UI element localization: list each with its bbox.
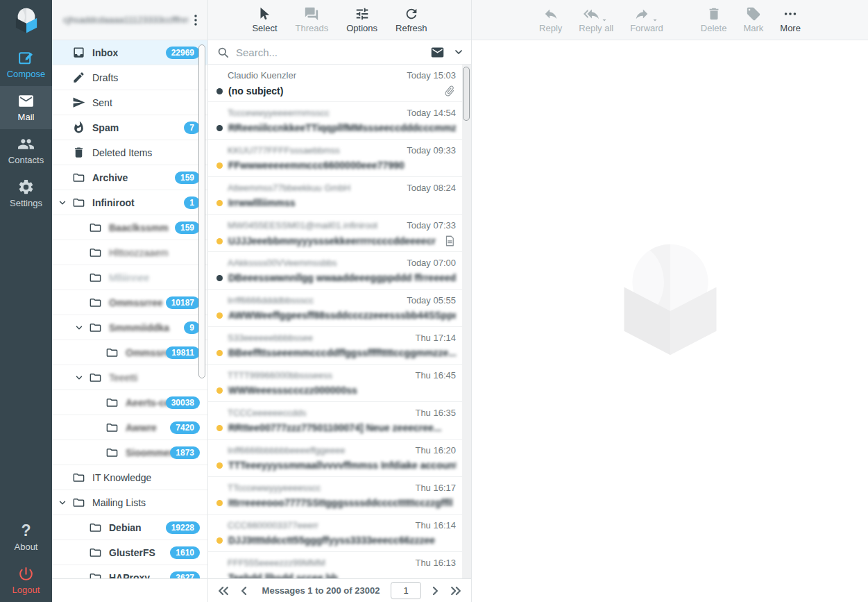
message-row[interactable]: MW0455EESSM01@mail01.infiniroot Today 07… — [208, 215, 471, 252]
message-subject: WWWeeesssccczz000000ss — [228, 385, 456, 396]
folder-row-infiniroot[interactable]: Infiniroot 1 — [52, 190, 207, 215]
message-list: Claudio Kuenzler Today 15:03 (no subject… — [208, 65, 471, 578]
last-page-button[interactable] — [449, 584, 463, 598]
message-row[interactable]: TCCCeeeeeeccdds Thu 16:35 RRttee00777zzz… — [208, 402, 471, 440]
message-status-dot[interactable] — [216, 125, 223, 131]
search-scope-mail-icon[interactable] — [430, 45, 445, 60]
message-row[interactable]: Inff6666bbbbbbeeeeffggeeee Thu 16:20 TTT… — [208, 440, 471, 477]
folder-row-sent[interactable]: Sent — [52, 90, 207, 115]
folder-row-inbox[interactable]: Inbox 22969 — [52, 40, 207, 65]
forward-icon — [634, 6, 649, 22]
select-button[interactable]: Select — [252, 6, 277, 33]
page-number-input[interactable] — [391, 582, 421, 599]
folder-row-glusterfs[interactable]: GlusterFS 1610 — [52, 540, 207, 565]
folder-icon — [89, 321, 102, 334]
unread-count-badge: 19811 — [166, 346, 200, 359]
message-status-dot[interactable] — [216, 350, 223, 356]
message-status-dot[interactable] — [216, 575, 223, 579]
folder-row-hlttoozzaaem[interactable]: Hlttoozzaaem — [52, 240, 207, 265]
folder-row-smmmiiddka[interactable]: Smmmiiddka 9 — [52, 315, 207, 340]
message-status-dot[interactable] — [216, 275, 223, 281]
message-row[interactable]: Claudio Kuenzler Today 15:03 (no subject… — [208, 65, 471, 102]
collapse-chevron-icon[interactable] — [74, 373, 84, 383]
folder-row-awwre[interactable]: Awwre 7420 — [52, 415, 207, 440]
folder-row-mailing-lists[interactable]: Mailing Lists — [52, 490, 207, 515]
message-subject: (no subject) — [228, 85, 439, 97]
sidebar-item-label: Compose — [7, 69, 46, 79]
kebab-menu-icon[interactable] — [188, 12, 203, 28]
gear-icon — [17, 178, 35, 196]
next-page-button[interactable] — [428, 584, 442, 598]
folder-row-deleted-items[interactable]: Deleted Items — [52, 140, 207, 165]
folder-row-ommssre[interactable]: Ommssre 19811 — [52, 340, 207, 365]
message-row[interactable]: TTTT99966000bbssseess Thu 16:45 WWWeeess… — [208, 365, 471, 402]
message-status-dot[interactable] — [216, 312, 223, 319]
more-button[interactable]: More — [780, 6, 801, 33]
folder-row-it-knowledge[interactable]: IT Knowledge — [52, 465, 207, 490]
folder-row-haproxy[interactable]: HAProxy 3627 — [52, 565, 207, 578]
dropdown-caret-icon[interactable] — [600, 15, 609, 23]
folder-row-archive[interactable]: Archive 159 — [52, 165, 207, 190]
folder-scrollbar-thumb[interactable] — [198, 44, 205, 378]
forward-button[interactable]: Forward — [630, 6, 663, 33]
folder-icon — [72, 496, 85, 509]
sidebar-item-logout[interactable]: Logout — [0, 559, 52, 602]
app-logo[interactable] — [0, 0, 52, 43]
toolbar-button-label: Reply — [539, 23, 562, 33]
message-status-dot[interactable] — [216, 462, 223, 469]
message-row[interactable]: CCC6600003377eeerr Thu 16:14 DJJ3ttttddc… — [208, 515, 471, 552]
refresh-button[interactable]: Refresh — [395, 6, 427, 33]
list-scrollbar-thumb[interactable] — [463, 67, 470, 121]
first-page-button[interactable] — [216, 584, 230, 598]
message-row[interactable]: S33eeeeeebbbbssee Thu 17:14 BBeeffttssee… — [208, 327, 471, 365]
sidebar-item-about[interactable]: ?About — [0, 516, 52, 559]
message-status-dot[interactable] — [216, 200, 223, 206]
folder-row-mlliiinnee[interactable]: Mlliiinnee — [52, 265, 207, 290]
folder-row-ommssrree[interactable]: Ommssrree 10187 — [52, 290, 207, 315]
list-scrollbar-track[interactable] — [462, 65, 471, 578]
sent-icon — [72, 96, 85, 109]
options-button[interactable]: Options — [346, 6, 377, 33]
message-row[interactable]: TTcccewwyyyeeeesscc Thu 16:17 Ittrreeeeo… — [208, 477, 471, 515]
collapse-chevron-icon[interactable] — [74, 323, 84, 333]
folder-row-teeetti[interactable]: Teeetti — [52, 365, 207, 390]
message-status-dot[interactable] — [216, 425, 223, 431]
mark-button[interactable]: Mark — [743, 6, 763, 33]
message-status-dot[interactable] — [216, 88, 223, 94]
message-row[interactable]: Atteemmss77bbeekkuu GmbH Today 08:24 Irr… — [208, 177, 471, 215]
sidebar-item-contacts[interactable]: Contacts — [0, 129, 52, 172]
toolbar-button-label: Delete — [701, 23, 727, 33]
folder-row-debian[interactable]: Debian 19228 — [52, 515, 207, 540]
toolbar-button-label: Reply all — [579, 23, 613, 33]
message-row[interactable]: AAkkssss00VVeemmssbbs Today 07:00 DBeees… — [208, 252, 471, 290]
folder-row-aeerts-ce[interactable]: Aeerts-ce 30038 — [52, 390, 207, 415]
message-row[interactable]: Tcccewwyyeeeerrnmsscc Today 14:54 RReeni… — [208, 102, 471, 140]
message-row[interactable]: FFF555eeeezzz99MMM Thu 16:13 Teebdd llbs… — [208, 552, 471, 578]
folder-row-baaclkssmm[interactable]: Baaclkssmm 159 — [52, 215, 207, 240]
sidebar-item-settings[interactable]: Settings — [0, 172, 52, 215]
prev-page-button[interactable] — [237, 584, 251, 598]
reply-all-button[interactable]: Reply all — [579, 6, 613, 33]
collapse-chevron-icon[interactable] — [58, 198, 67, 208]
dropdown-caret-icon[interactable] — [651, 15, 659, 23]
delete-button[interactable]: Delete — [701, 6, 727, 33]
sidebar-item-compose[interactable]: Compose — [0, 43, 52, 86]
message-status-dot[interactable] — [216, 238, 223, 244]
folder-row-sioommene[interactable]: Sioommene 1873 — [52, 440, 207, 465]
message-row[interactable]: KKUU777FFFFsssaebbmss Today 09:33 FFwwwe… — [208, 140, 471, 177]
message-status-dot[interactable] — [216, 537, 223, 544]
message-status-dot[interactable] — [216, 387, 223, 394]
message-status-dot[interactable] — [216, 500, 223, 506]
message-status-dot[interactable] — [216, 162, 223, 169]
threads-button[interactable]: Threads — [296, 6, 329, 33]
search-input[interactable] — [236, 47, 430, 58]
collapse-chevron-icon[interactable] — [58, 498, 67, 508]
reply-button[interactable]: Reply — [539, 6, 562, 33]
message-row[interactable]: Irrff6666ddddbbssscc Today 05:55 AWWWeef… — [208, 290, 471, 327]
search-options-chevron-icon[interactable] — [453, 47, 464, 58]
folder-name: Smmmiiddka — [109, 322, 169, 333]
folder-row-spam[interactable]: Spam 7 — [52, 115, 207, 140]
content-panel: Reply Reply all Forward Delete Mark More — [472, 0, 868, 602]
folder-row-drafts[interactable]: Drafts — [52, 65, 207, 90]
sidebar-item-mail[interactable]: Mail — [0, 86, 52, 129]
